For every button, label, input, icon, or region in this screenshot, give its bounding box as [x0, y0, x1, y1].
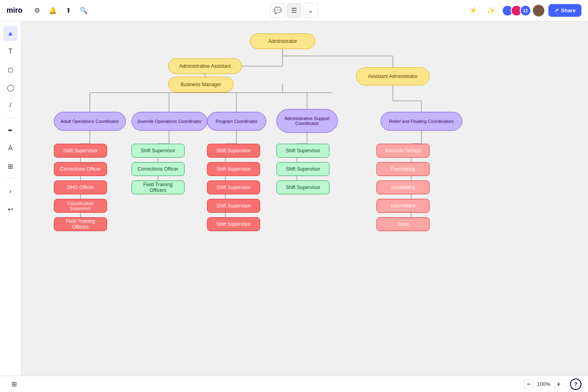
separator — [6, 118, 16, 118]
prog-shift-supervisor-4-node[interactable]: Shift Supervisor — [207, 199, 260, 213]
gear-icon[interactable]: ⚙ — [31, 4, 44, 17]
zoom-control: − 100% + ? — [524, 379, 581, 390]
bell-icon[interactable]: 🔔 — [46, 4, 59, 17]
zoom-level: 100% — [537, 381, 550, 387]
prog-shift-supervisor-2-node[interactable]: Shift Supervisor — [207, 162, 260, 176]
logo: miro — [7, 6, 22, 15]
juvenile-ops-coordinator-node[interactable]: Juvenile Operations Coordinator — [131, 112, 207, 131]
topbar-left: miro ⚙ 🔔 ⬆ 🔍 — [7, 4, 91, 17]
frame-tool[interactable]: ⊞ — [3, 159, 18, 174]
juv-shift-supervisor-node[interactable]: Shift Supervisor — [131, 144, 185, 158]
board-mode-button[interactable]: ☰ — [287, 3, 301, 18]
topbar-center: 💬 ☰ ⌄ — [270, 3, 318, 18]
connector-tool[interactable]: / — [3, 98, 18, 113]
expand-mode-button[interactable]: ⌄ — [303, 3, 318, 18]
zoom-out-button[interactable]: − — [524, 379, 534, 389]
magic-icon[interactable]: ✨ — [485, 4, 498, 17]
separator2 — [6, 178, 16, 179]
search-icon[interactable]: 🔍 — [77, 4, 90, 17]
bottombar: ⊞ − 100% + ? — [0, 376, 588, 392]
juv-field-training-officers-node[interactable]: Field Training Officers — [131, 180, 185, 194]
topbar: miro ⚙ 🔔 ⬆ 🔍 💬 ☰ ⌄ ⚡ ✨ 12 ↗ Share — [0, 0, 588, 21]
program-coordinator-node[interactable]: Program Coordinator — [207, 112, 266, 131]
zoom-in-button[interactable]: + — [554, 379, 564, 389]
shapes-tool[interactable]: ◯ — [3, 80, 18, 95]
canvas[interactable]: Administrator Administrative Assistant B… — [21, 21, 588, 376]
upload-icon[interactable]: ⬆ — [62, 4, 75, 17]
share-icon: ↗ — [554, 7, 559, 13]
store-node[interactable]: Store — [376, 217, 430, 231]
topbar-right: ⚡ ✨ 12 ↗ Share — [466, 4, 581, 17]
filter-icon[interactable]: ⚡ — [467, 4, 480, 17]
administrator-node[interactable]: Administrator — [250, 33, 315, 49]
adult-dho-officer-node[interactable]: DHO Officer — [54, 180, 107, 194]
business-manager-node[interactable]: Business Manager — [168, 77, 234, 92]
admin-support-coordinator-node[interactable]: Administrative Support Coordinator — [276, 109, 338, 133]
adult-corrections-officer-node[interactable]: Corrections Officer — [54, 162, 107, 176]
avatar-count: 12 — [520, 5, 531, 16]
admin-assistant-node[interactable]: Administrative Assistant — [168, 58, 242, 74]
undo-tool[interactable]: ↩ — [3, 202, 18, 216]
more-tools[interactable]: › — [3, 184, 18, 198]
avatar-group: 12 — [502, 5, 531, 16]
prog-shift-supervisor-1-node[interactable]: Shift Supervisor — [207, 144, 260, 158]
prog-shift-supervisor-3-node[interactable]: Shift Supervisor — [207, 180, 260, 194]
juv-corrections-officer-node[interactable]: Corrections Officer — [131, 162, 185, 176]
intermittent-node[interactable]: Intermittent — [376, 199, 430, 213]
cursor-tool[interactable]: ▲ — [3, 26, 18, 41]
scheduling-node[interactable]: Scheduling — [376, 180, 430, 194]
admsupp-shift-supervisor-1-node[interactable]: Shift Supervisor — [276, 144, 330, 158]
purchasing-node[interactable]: Purchasing — [376, 162, 430, 176]
adult-classification-supervisor-node[interactable]: Classification Supervisor — [54, 199, 107, 213]
admsupp-shift-supervisor-3-node[interactable]: Shift Supervisor — [276, 180, 330, 194]
user-avatar[interactable] — [532, 4, 545, 17]
adult-shift-supervisor-1-node[interactable]: Shift Supervisor — [54, 144, 107, 158]
admsupp-shift-supervisor-2-node[interactable]: Shift Supervisor — [276, 162, 330, 176]
records-tech-node[interactable]: Records Tech(s) — [376, 144, 430, 158]
assistant-admin-node[interactable]: Assistant Administrator — [356, 67, 430, 85]
grid-view-button[interactable]: ⊞ — [7, 378, 20, 391]
connectors-svg — [21, 21, 588, 376]
adult-field-training-officers-node[interactable]: Field Training Officers — [54, 217, 107, 231]
pen-tool[interactable]: ✒ — [3, 123, 18, 138]
share-button[interactable]: ↗ Share — [548, 4, 581, 17]
sticky-note-tool[interactable]: ◻ — [3, 62, 18, 77]
left-sidebar: ▲ T ◻ ◯ / ✒ A ⊞ › ↩ — [0, 21, 21, 392]
diagram: Administrator Administrative Assistant B… — [21, 21, 588, 376]
text-tool[interactable]: T — [3, 44, 18, 59]
comment-mode-button[interactable]: 💬 — [270, 3, 285, 18]
text-tool-2[interactable]: A — [3, 141, 18, 156]
relief-coordinator-node[interactable]: Relief and Floating Coordinators — [381, 112, 462, 131]
help-button[interactable]: ? — [570, 379, 581, 390]
adult-ops-coordinator-node[interactable]: Adult Operations Coordinator — [54, 112, 126, 131]
prog-shift-supervisor-5-node[interactable]: Shift Supervisor — [207, 217, 260, 231]
